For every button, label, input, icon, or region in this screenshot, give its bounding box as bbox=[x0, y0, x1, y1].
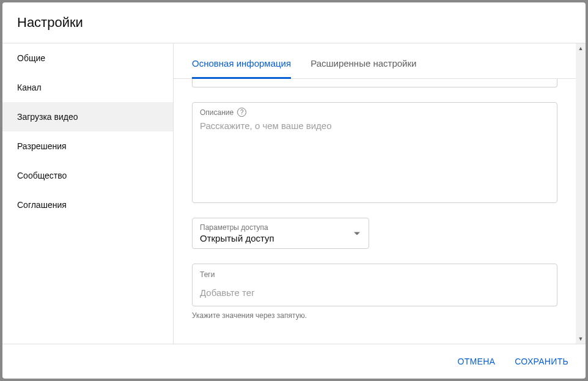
sidebar-item-upload[interactable]: Загрузка видео bbox=[2, 102, 173, 131]
tags-helper: Укажите значения через запятую. bbox=[192, 311, 557, 320]
content-area: Описание ? Параметры доступа Открытый до… bbox=[174, 79, 576, 344]
visibility-select[interactable]: Параметры доступа Открытый доступ bbox=[192, 218, 369, 249]
modal-header: Настройки bbox=[2, 2, 586, 43]
sidebar-item-general[interactable]: Общие bbox=[2, 43, 173, 73]
save-button[interactable]: СОХРАНИТЬ bbox=[512, 353, 571, 370]
sidebar-item-channel[interactable]: Канал bbox=[2, 73, 173, 102]
chevron-down-icon bbox=[354, 232, 360, 235]
tabs: Основная информация Расширенные настройк… bbox=[174, 43, 576, 79]
visibility-value: Открытый доступ bbox=[200, 233, 361, 243]
modal-body: Общие Канал Загрузка видео Разрешения Со… bbox=[2, 43, 586, 344]
scroll-up-icon[interactable]: ▲ bbox=[576, 43, 586, 53]
title-field-bottom[interactable] bbox=[192, 79, 557, 87]
sidebar: Общие Канал Загрузка видео Разрешения Со… bbox=[2, 43, 174, 344]
sidebar-item-community[interactable]: Сообщество bbox=[2, 161, 173, 190]
scrollbar[interactable]: ▲ ▼ bbox=[576, 43, 586, 344]
description-label: Описание ? bbox=[200, 108, 549, 117]
tags-input[interactable] bbox=[200, 287, 549, 298]
sidebar-item-agreements[interactable]: Соглашения bbox=[2, 190, 173, 220]
modal-title: Настройки bbox=[17, 15, 571, 31]
visibility-label: Параметры доступа bbox=[200, 223, 361, 232]
description-label-text: Описание bbox=[200, 108, 233, 117]
help-icon[interactable]: ? bbox=[237, 108, 246, 117]
tab-advanced[interactable]: Расширенные настройки bbox=[311, 43, 416, 79]
tab-basic-info[interactable]: Основная информация bbox=[192, 43, 291, 79]
modal-footer: ОТМЕНА СОХРАНИТЬ bbox=[2, 344, 586, 379]
tags-field[interactable]: Теги bbox=[192, 264, 557, 306]
sidebar-item-permissions[interactable]: Разрешения bbox=[2, 131, 173, 161]
settings-modal: Настройки Общие Канал Загрузка видео Раз… bbox=[2, 2, 586, 379]
scroll-down-icon[interactable]: ▼ bbox=[576, 334, 586, 344]
main-panel: ▲ ▼ Основная информация Расширенные наст… bbox=[174, 43, 586, 344]
description-field[interactable]: Описание ? bbox=[192, 102, 557, 203]
cancel-button[interactable]: ОТМЕНА bbox=[455, 353, 498, 370]
tags-label: Теги bbox=[200, 270, 549, 279]
description-input[interactable] bbox=[200, 120, 549, 194]
